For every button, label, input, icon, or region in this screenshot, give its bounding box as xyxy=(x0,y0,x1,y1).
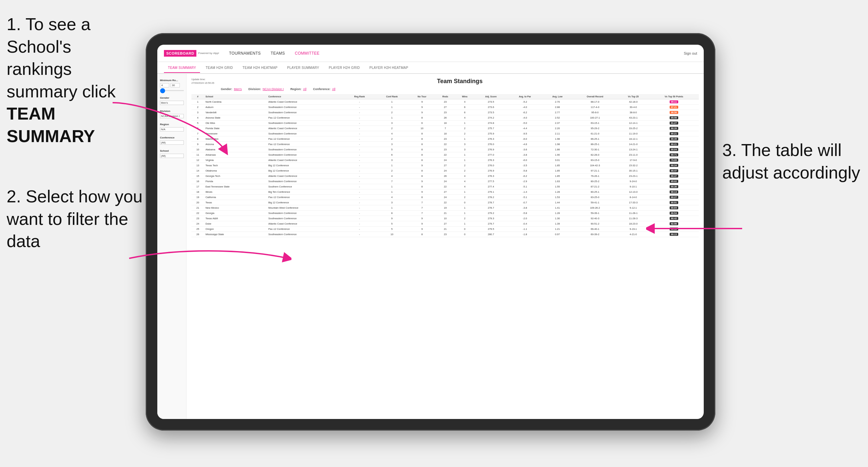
filter-conference-select[interactable]: (All) xyxy=(160,141,184,145)
cell-rnds: 22 xyxy=(435,200,455,205)
col-avg-par: Avg. to Par xyxy=(507,94,542,99)
cell-pts: 80.39 xyxy=(649,126,699,131)
cell-conf: Southeastern Conference xyxy=(267,232,344,237)
cell-avg-low: 1.39 xyxy=(542,221,572,226)
cell-avg-par: -6.2 xyxy=(507,110,542,115)
cell-avg-low: 2.37 xyxy=(542,121,572,126)
filter-bar-division-value[interactable]: NCAA Division I xyxy=(262,88,284,91)
table-row: 11 Arkansas Southeastern Conference - 6 … xyxy=(191,152,699,158)
cell-pts: 80.04 xyxy=(649,147,699,152)
filter-bar-gender-value[interactable]: Men's xyxy=(234,88,242,91)
cell-rnds: 23 xyxy=(435,147,455,152)
cell-vs-top25: 9-19-1 xyxy=(618,226,649,232)
cell-school: Mississippi State xyxy=(204,232,267,237)
cell-conf: Atlantic Coast Conference xyxy=(267,126,344,131)
cell-avg-low: 1.28 xyxy=(542,211,572,216)
cell-adj-score: 273.5 xyxy=(474,110,507,115)
cell-rnds: 21 xyxy=(435,226,455,232)
cell-rank: 2 xyxy=(191,105,204,110)
cell-conf-rank: 8 xyxy=(375,211,409,216)
cell-avg-low: 2.77 xyxy=(542,110,572,115)
tab-team-h2h-grid[interactable]: TEAM H2H GRID xyxy=(202,63,237,72)
filter-gender-select[interactable]: Men's Women's xyxy=(160,101,184,105)
cell-avg-par: -1.4 xyxy=(507,189,542,195)
cell-rnds: 24 xyxy=(435,158,455,163)
cell-reg-rank: - xyxy=(344,147,375,152)
cell-reg-rank: - xyxy=(344,99,375,105)
filter-min-rounds-min[interactable] xyxy=(160,83,169,88)
cell-wins: 2 xyxy=(455,126,474,131)
cell-reg-rank: - xyxy=(344,126,375,131)
cell-avg-low: 1.90 xyxy=(542,152,572,158)
cell-rnds: 24 xyxy=(435,168,455,174)
cell-rank: 22 xyxy=(191,211,204,216)
cell-overall: 83-25-0 xyxy=(572,195,618,200)
cell-vs-top25: 12-13-0 xyxy=(618,189,649,195)
filter-min-rounds-max[interactable] xyxy=(170,83,180,88)
cell-reg-rank: - xyxy=(344,168,375,174)
cell-no-tour: 9 xyxy=(409,105,435,110)
cell-pts: 80.21 xyxy=(649,131,699,136)
cell-wins: 0 xyxy=(455,200,474,205)
col-reg-rank: Reg Rank xyxy=(344,94,375,99)
cell-rank: 24 xyxy=(191,221,204,226)
tab-team-summary[interactable]: TEAM SUMMARY xyxy=(164,63,200,73)
cell-wins: 0 xyxy=(455,226,474,232)
col-vs-top25: Vs Top 25 xyxy=(618,94,649,99)
cell-school: North Carolina xyxy=(204,99,267,105)
cell-overall: 95-6-0 xyxy=(572,110,618,115)
cell-wins: 2 xyxy=(455,168,474,174)
cell-avg-par: -3.5 xyxy=(507,163,542,168)
cell-wins: 1 xyxy=(455,211,474,216)
filter-bar-conference-value[interactable]: All xyxy=(332,88,336,91)
col-wins: Wins xyxy=(455,94,474,99)
cell-conf-rank: 3 xyxy=(375,200,409,205)
cell-pts: 79.95 xyxy=(649,158,699,163)
cell-rnds: 26 xyxy=(435,115,455,121)
cell-conf: Pac-12 Conference xyxy=(267,142,344,147)
cell-vs-top25: 11-28-1 xyxy=(618,211,649,216)
filter-school-group: School (All) xyxy=(160,149,183,158)
cell-conf-rank: 4 xyxy=(375,131,409,136)
cell-rnds: 21 xyxy=(435,211,455,216)
filter-division-select[interactable]: NCAA Division I NCAA Division II NCAA Di… xyxy=(160,114,184,118)
col-avg-low: Avg. Low xyxy=(542,94,572,99)
arrow-3 xyxy=(646,215,745,242)
cell-avg-low: 2.52 xyxy=(542,115,572,121)
nav-teams[interactable]: TEAMS xyxy=(271,49,285,57)
sign-out-link[interactable]: Sign out xyxy=(684,51,697,55)
cell-reg-rank: - xyxy=(344,115,375,121)
cell-conf-rank: 2 xyxy=(375,136,409,142)
filter-rounds-slider[interactable] xyxy=(160,90,184,91)
tab-team-h2h-heatmap[interactable]: TEAM H2H HEATMAP xyxy=(239,63,281,72)
cell-wins: 4 xyxy=(455,174,474,179)
filter-bar-region-value[interactable]: All xyxy=(303,88,306,91)
cell-vs-top25: 18-23-0 xyxy=(618,221,649,226)
cell-overall: 80-25-1 xyxy=(572,189,618,195)
tab-player-h2h-grid[interactable]: PLAYER H2H GRID xyxy=(325,63,364,72)
nav-committee[interactable]: COMMITTEE xyxy=(295,49,319,57)
cell-wins: 6 xyxy=(455,105,474,110)
cell-wins: 4 xyxy=(455,115,474,121)
cell-avg-low: 1.21 xyxy=(542,226,572,232)
cell-conf: Atlantic Coast Conference xyxy=(267,174,344,179)
cell-rank: 4 xyxy=(191,115,204,121)
cell-reg-rank: - xyxy=(344,184,375,189)
cell-conf: Southern Conference xyxy=(267,184,344,189)
filter-school-select[interactable]: (All) xyxy=(160,154,184,158)
cell-no-tour: 8 xyxy=(409,195,435,200)
filter-slider-container xyxy=(160,88,184,92)
cell-reg-rank: - xyxy=(344,232,375,237)
filter-gender-group: Gender Men's Women's xyxy=(160,96,183,105)
cell-rank: 8 xyxy=(191,136,204,142)
filter-region-select[interactable]: N/A All xyxy=(160,127,184,131)
cell-avg-low: 1.30 xyxy=(542,216,572,221)
filter-bar-gender-label: Gender: xyxy=(221,88,232,91)
cell-pts: 80.27 xyxy=(649,195,699,200)
cell-overall: 109-26-2 xyxy=(572,205,618,211)
filter-minimum-rounds: Minimum Ro... xyxy=(160,79,183,92)
tab-player-h2h-heatmap[interactable]: PLAYER H2H HEATMAP xyxy=(366,63,412,72)
tab-player-summary[interactable]: PLAYER SUMMARY xyxy=(283,63,323,72)
nav-tournaments[interactable]: TOURNAMENTS xyxy=(229,49,261,57)
cell-avg-par: -3.8 xyxy=(507,152,542,158)
